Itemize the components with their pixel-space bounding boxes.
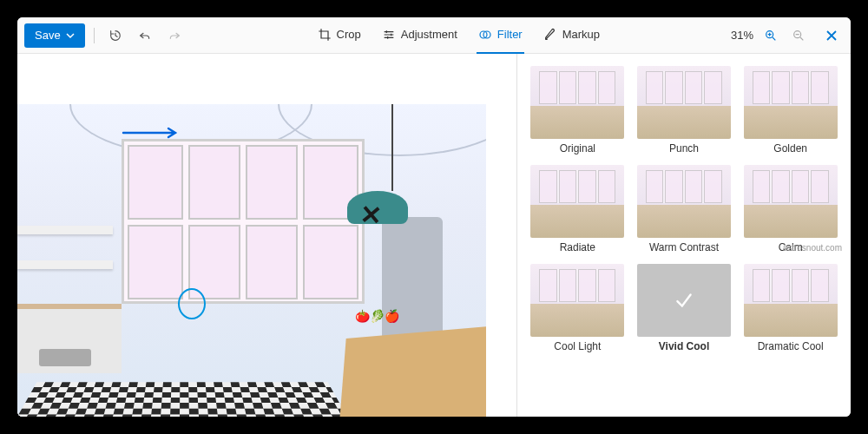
filter-label: Golden (773, 142, 807, 155)
checkmark-icon (673, 289, 695, 312)
filter-label: Dramatic Cool (758, 340, 824, 352)
zoom-out-button[interactable] (788, 25, 809, 46)
zoom-out-icon (792, 29, 806, 43)
zoom-in-button[interactable] (760, 25, 781, 46)
markup-arrow (122, 127, 182, 142)
history-button[interactable] (103, 23, 128, 48)
tab-filter[interactable]: Filter (477, 17, 524, 54)
close-button[interactable] (819, 23, 844, 48)
filter-label: Original (560, 142, 595, 155)
main-area: 🍅🥬🍎 ✕ Original Punch (17, 54, 851, 417)
adjustment-icon (382, 28, 396, 42)
filter-calm[interactable]: Calm (740, 165, 840, 253)
tab-filter-label: Filter (497, 28, 523, 41)
filter-panel: Original Punch Golden Radiate Warm Contr (516, 54, 851, 417)
save-button-label: Save (35, 29, 61, 42)
photo-preview: 🍅🥬🍎 ✕ (17, 104, 486, 417)
filter-grid: Original Punch Golden Radiate Warm Contr (528, 66, 840, 352)
toolbar: Save Crop Adjustment Filter (17, 17, 851, 54)
filter-thumb (744, 165, 838, 238)
filter-thumb (744, 264, 838, 337)
filter-warm-contrast[interactable]: Warm Contrast (635, 165, 734, 253)
tab-markup[interactable]: Markup (542, 17, 602, 54)
history-icon (108, 29, 122, 43)
filter-thumb (637, 165, 731, 238)
toolbar-tabs: Crop Adjustment Filter Markup (316, 17, 602, 54)
markup-x-mark: ✕ (359, 199, 384, 231)
filter-radiate[interactable]: Radiate (528, 165, 628, 253)
filter-label: Warm Contrast (649, 241, 719, 253)
filter-label: Vivid Cool (659, 340, 709, 352)
crop-icon (318, 28, 332, 42)
filter-thumb-selected (637, 264, 731, 337)
app-window: astrosnout.com Save Crop Adjustment (17, 17, 851, 417)
markup-icon (543, 28, 557, 42)
zoom-controls: 31% (731, 23, 844, 48)
filter-icon (478, 28, 492, 42)
filter-dramatic-cool[interactable]: Dramatic Cool (740, 264, 840, 352)
redo-button[interactable] (162, 23, 187, 48)
chevron-down-icon (66, 31, 75, 40)
save-button[interactable]: Save (24, 23, 85, 48)
undo-icon (138, 29, 152, 43)
filter-punch[interactable]: Punch (635, 66, 734, 155)
watermark: astrosnout.com (783, 243, 842, 253)
filter-cool-light[interactable]: Cool Light (528, 264, 628, 352)
tab-adjustment-label: Adjustment (401, 28, 457, 41)
filter-thumb (637, 66, 731, 139)
tab-crop-label: Crop (337, 28, 361, 41)
markup-circle (178, 288, 206, 319)
filter-label: Radiate (560, 241, 595, 253)
undo-button[interactable] (133, 23, 157, 48)
filter-thumb (530, 165, 624, 238)
toolbar-divider (94, 28, 95, 43)
filter-thumb (530, 264, 624, 337)
redo-icon (168, 29, 181, 43)
tab-adjustment[interactable]: Adjustment (380, 17, 459, 54)
zoom-in-icon (764, 29, 778, 43)
tab-crop[interactable]: Crop (316, 17, 363, 54)
close-icon (825, 30, 838, 42)
filter-vivid-cool[interactable]: Vivid Cool (635, 264, 734, 352)
filter-label: Punch (669, 142, 699, 155)
filter-label: Cool Light (554, 340, 601, 352)
filter-thumb (744, 66, 838, 139)
filter-golden[interactable]: Golden (740, 66, 840, 155)
tab-markup-label: Markup (562, 28, 600, 41)
zoom-level: 31% (731, 29, 753, 42)
filter-thumb (530, 66, 624, 139)
canvas-area[interactable]: 🍅🥬🍎 ✕ (17, 54, 516, 417)
filter-original[interactable]: Original (528, 66, 628, 155)
